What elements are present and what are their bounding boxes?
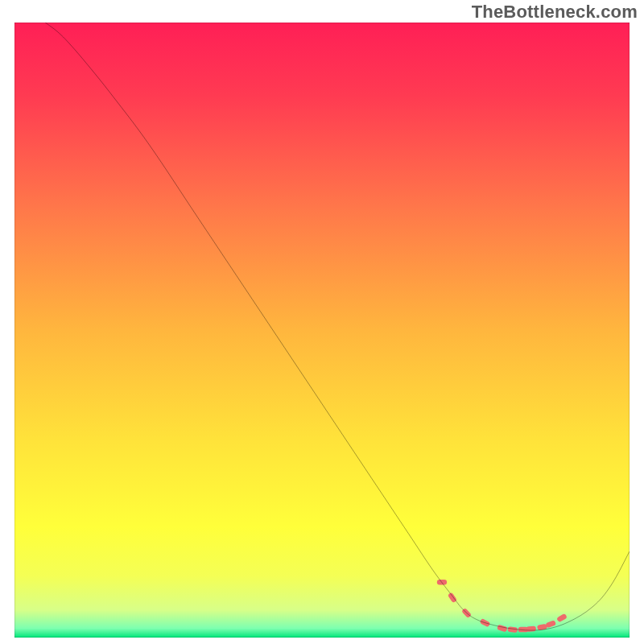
bottleneck-chart: [14, 23, 630, 638]
marker-dot: [437, 580, 447, 584]
marker-dot: [526, 626, 536, 632]
chart-stage: TheBottleneck.com: [0, 0, 644, 644]
gradient-background: [14, 23, 630, 638]
watermark-text: TheBottleneck.com: [472, 2, 638, 23]
